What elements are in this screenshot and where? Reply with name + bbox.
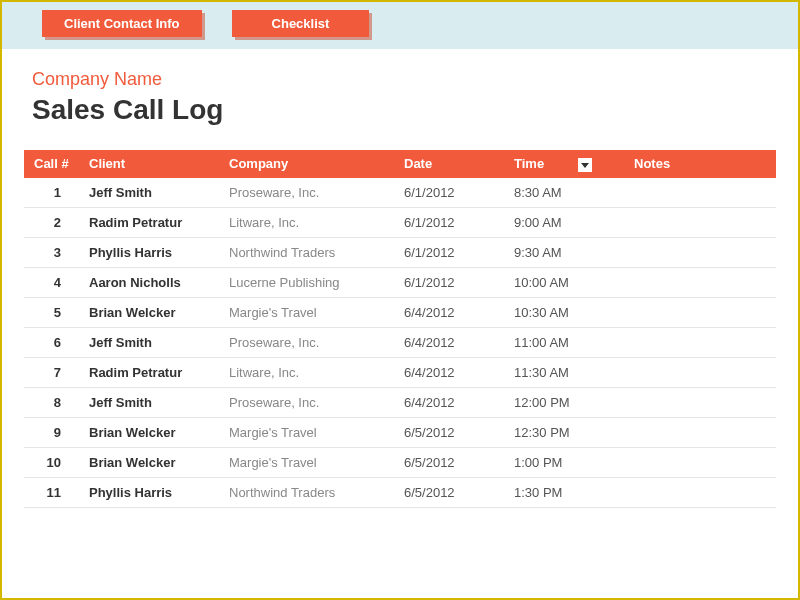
cell-callnum: 7: [24, 357, 79, 387]
cell-callnum: 6: [24, 327, 79, 357]
table-row[interactable]: 6Jeff SmithProseware, Inc.6/4/201211:00 …: [24, 327, 776, 357]
table-row[interactable]: 2Radim PetraturLitware, Inc.6/1/20129:00…: [24, 207, 776, 237]
cell-company: Proseware, Inc.: [219, 327, 394, 357]
cell-notes: [624, 417, 776, 447]
cell-time: 9:30 AM: [504, 237, 624, 267]
cell-time: 12:00 PM: [504, 387, 624, 417]
cell-company: Margie's Travel: [219, 297, 394, 327]
table-row[interactable]: 4Aaron NichollsLucerne Publishing6/1/201…: [24, 267, 776, 297]
cell-client: Jeff Smith: [79, 327, 219, 357]
tab-client-contact-info[interactable]: Client Contact Info: [42, 10, 202, 37]
cell-date: 6/1/2012: [394, 237, 504, 267]
table-row[interactable]: 1Jeff SmithProseware, Inc.6/1/20128:30 A…: [24, 178, 776, 208]
cell-callnum: 8: [24, 387, 79, 417]
th-client[interactable]: Client: [79, 150, 219, 178]
cell-time: 10:00 AM: [504, 267, 624, 297]
table-row[interactable]: 3Phyllis HarrisNorthwind Traders6/1/2012…: [24, 237, 776, 267]
table-row[interactable]: 10Brian WelckerMargie's Travel6/5/20121:…: [24, 447, 776, 477]
cell-company: Margie's Travel: [219, 417, 394, 447]
cell-time: 11:30 AM: [504, 357, 624, 387]
th-time-label: Time: [514, 156, 544, 171]
cell-company: Northwind Traders: [219, 237, 394, 267]
th-time[interactable]: Time: [504, 150, 624, 178]
cell-callnum: 1: [24, 178, 79, 208]
cell-client: Brian Welcker: [79, 417, 219, 447]
cell-notes: [624, 237, 776, 267]
cell-notes: [624, 327, 776, 357]
th-company[interactable]: Company: [219, 150, 394, 178]
table-row[interactable]: 8Jeff SmithProseware, Inc.6/4/201212:00 …: [24, 387, 776, 417]
cell-date: 6/5/2012: [394, 447, 504, 477]
cell-notes: [624, 357, 776, 387]
cell-time: 12:30 PM: [504, 417, 624, 447]
cell-callnum: 10: [24, 447, 79, 477]
tab-label: Checklist: [272, 16, 330, 31]
cell-time: 11:00 AM: [504, 327, 624, 357]
table-row[interactable]: 11Phyllis HarrisNorthwind Traders6/5/201…: [24, 477, 776, 507]
cell-time: 10:30 AM: [504, 297, 624, 327]
tab-label: Client Contact Info: [64, 16, 180, 31]
cell-time: 1:00 PM: [504, 447, 624, 477]
table-wrap: Call # Client Company Date Time Notes 1J…: [2, 136, 798, 508]
cell-notes: [624, 178, 776, 208]
cell-client: Brian Welcker: [79, 297, 219, 327]
cell-time: 1:30 PM: [504, 477, 624, 507]
cell-company: Litware, Inc.: [219, 357, 394, 387]
cell-notes: [624, 297, 776, 327]
cell-date: 6/4/2012: [394, 327, 504, 357]
cell-company: Proseware, Inc.: [219, 178, 394, 208]
cell-date: 6/1/2012: [394, 178, 504, 208]
cell-callnum: 11: [24, 477, 79, 507]
cell-time: 9:00 AM: [504, 207, 624, 237]
table-body: 1Jeff SmithProseware, Inc.6/1/20128:30 A…: [24, 178, 776, 508]
cell-callnum: 9: [24, 417, 79, 447]
table-header-row: Call # Client Company Date Time Notes: [24, 150, 776, 178]
table-row[interactable]: 5Brian WelckerMargie's Travel6/4/201210:…: [24, 297, 776, 327]
cell-notes: [624, 267, 776, 297]
cell-callnum: 3: [24, 237, 79, 267]
company-name: Company Name: [32, 69, 768, 90]
th-callnum[interactable]: Call #: [24, 150, 79, 178]
cell-client: Phyllis Harris: [79, 477, 219, 507]
cell-notes: [624, 477, 776, 507]
cell-notes: [624, 207, 776, 237]
cell-callnum: 2: [24, 207, 79, 237]
cell-date: 6/1/2012: [394, 207, 504, 237]
sales-call-table: Call # Client Company Date Time Notes 1J…: [24, 150, 776, 508]
cell-notes: [624, 387, 776, 417]
cell-date: 6/4/2012: [394, 357, 504, 387]
cell-date: 6/4/2012: [394, 387, 504, 417]
cell-client: Brian Welcker: [79, 447, 219, 477]
th-date[interactable]: Date: [394, 150, 504, 178]
cell-date: 6/5/2012: [394, 477, 504, 507]
table-row[interactable]: 7Radim PetraturLitware, Inc.6/4/201211:3…: [24, 357, 776, 387]
page-title: Sales Call Log: [32, 94, 768, 126]
header-area: Company Name Sales Call Log: [2, 49, 798, 136]
cell-date: 6/5/2012: [394, 417, 504, 447]
cell-callnum: 5: [24, 297, 79, 327]
cell-company: Lucerne Publishing: [219, 267, 394, 297]
cell-client: Aaron Nicholls: [79, 267, 219, 297]
cell-client: Jeff Smith: [79, 387, 219, 417]
cell-client: Phyllis Harris: [79, 237, 219, 267]
table-row[interactable]: 9Brian WelckerMargie's Travel6/5/201212:…: [24, 417, 776, 447]
cell-client: Jeff Smith: [79, 178, 219, 208]
cell-date: 6/1/2012: [394, 267, 504, 297]
cell-company: Proseware, Inc.: [219, 387, 394, 417]
cell-company: Margie's Travel: [219, 447, 394, 477]
cell-time: 8:30 AM: [504, 178, 624, 208]
top-bar: Client Contact Info Checklist: [2, 2, 798, 49]
tab-checklist[interactable]: Checklist: [232, 10, 370, 37]
cell-company: Northwind Traders: [219, 477, 394, 507]
cell-client: Radim Petratur: [79, 207, 219, 237]
cell-date: 6/4/2012: [394, 297, 504, 327]
th-notes[interactable]: Notes: [624, 150, 776, 178]
filter-dropdown-icon[interactable]: [578, 158, 592, 172]
cell-client: Radim Petratur: [79, 357, 219, 387]
cell-callnum: 4: [24, 267, 79, 297]
cell-notes: [624, 447, 776, 477]
cell-company: Litware, Inc.: [219, 207, 394, 237]
